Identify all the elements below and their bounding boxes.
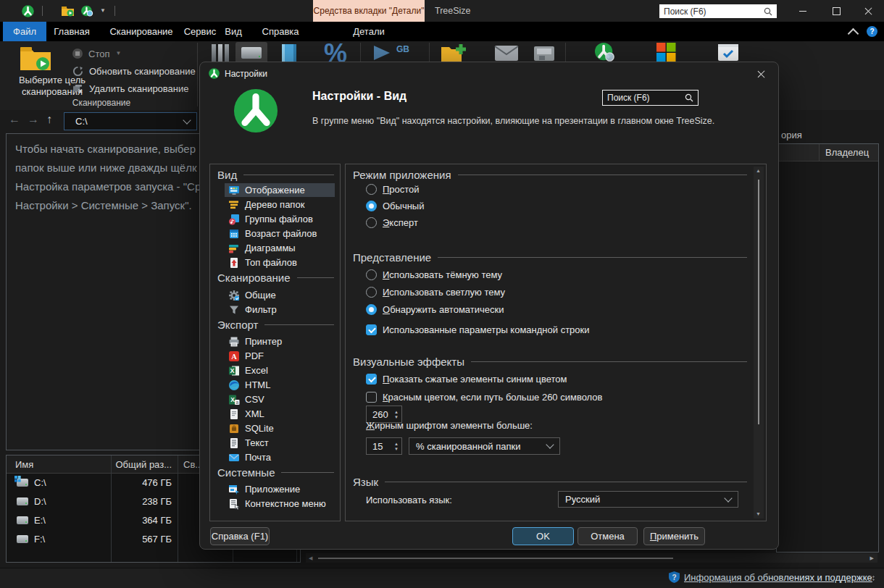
cancel-button[interactable]: Отмена <box>577 527 638 545</box>
svg-text:A: A <box>231 353 237 361</box>
maximize-button[interactable] <box>820 0 852 22</box>
nav-item-csv[interactable]: Xa CSV <box>225 392 335 406</box>
add-folder-icon[interactable] <box>441 43 470 63</box>
dialog-close-button[interactable] <box>748 65 774 83</box>
nav-item-text[interactable]: Текст <box>225 436 335 450</box>
mail-export-icon[interactable] <box>494 45 519 62</box>
treesize-search-icon[interactable] <box>594 42 616 62</box>
scrollbar-thumb[interactable] <box>758 180 759 424</box>
nav-item-printer[interactable]: Принтер <box>225 335 335 348</box>
windows-logo-icon[interactable] <box>656 43 676 62</box>
dialog-vertical-scrollbar[interactable]: ▲ ▼ <box>754 167 764 518</box>
scroll-down-icon[interactable]: ▼ <box>756 511 761 517</box>
resize-grip[interactable] <box>870 576 875 581</box>
radio-dark-theme[interactable]: Использовать тёмную тему <box>366 268 502 281</box>
radio-selected-icon <box>366 201 377 211</box>
nav-item-general[interactable]: Общие <box>225 288 335 302</box>
forward-icon[interactable]: → <box>28 113 39 126</box>
nav-item-html[interactable]: HTML <box>225 378 335 392</box>
scrollbar-thumb[interactable] <box>318 558 673 559</box>
checkbox-compressed-blue[interactable]: Показать сжатые элементы синим цветом <box>366 372 567 385</box>
language-combobox[interactable]: Русский <box>558 491 738 508</box>
save-drive-icon[interactable] <box>533 46 555 62</box>
menu-view[interactable]: Вид <box>219 22 248 41</box>
menu-file[interactable]: Файл <box>3 22 46 41</box>
play-scan-icon[interactable] <box>372 44 391 62</box>
horizontal-scrollbar[interactable]: ◀ ▶ <box>306 553 877 563</box>
treesize-app-window: ▼ Средства вкладки "Детали" TreeSize Пои… <box>0 0 884 588</box>
select-target-icon[interactable] <box>19 44 52 72</box>
nav-item-charts[interactable]: Диаграммы <box>225 241 335 255</box>
spinner-arrows-icon[interactable]: ▲▼ <box>394 442 399 451</box>
bold-unit-combobox[interactable]: % сканированной папки <box>409 437 560 455</box>
bar-chart-icon[interactable] <box>212 44 229 63</box>
close-button[interactable] <box>852 0 884 22</box>
display-icon <box>228 185 240 196</box>
radio-light-theme[interactable]: Использовать светлую тему <box>366 285 505 298</box>
menu-service[interactable]: Сервис <box>178 22 222 41</box>
help-button[interactable]: Справка (F1) <box>210 527 270 545</box>
header-cell[interactable] <box>777 144 820 161</box>
collapse-ribbon-icon[interactable] <box>848 28 859 40</box>
qat-rescan-icon[interactable] <box>80 4 93 17</box>
column-header-name[interactable]: Имя <box>7 459 111 470</box>
nav-item-folder-tree[interactable]: Дерево папок <box>225 198 335 211</box>
db-column-icon[interactable] <box>280 43 298 64</box>
help-icon[interactable]: ? <box>867 26 877 37</box>
refresh-icon <box>72 66 83 77</box>
svg-text:X: X <box>230 396 235 403</box>
drive-view-button[interactable] <box>235 42 267 64</box>
qat-scan-folder-icon[interactable] <box>61 5 75 17</box>
path-combobox[interactable]: C:\ <box>64 112 197 130</box>
nav-item-filter[interactable]: Фильтр <box>225 303 335 316</box>
stop-button[interactable]: Стоп ▼ <box>72 47 121 60</box>
minimize-button[interactable] <box>787 0 819 22</box>
radio-selected-icon <box>366 304 377 315</box>
back-icon[interactable]: ← <box>9 113 20 126</box>
nav-item-context-menu[interactable]: Контекстное меню <box>225 497 335 511</box>
nav-item-file-age[interactable]: Возраст файлов <box>225 227 335 240</box>
nav-item-xml[interactable]: XML <box>225 407 335 421</box>
scroll-up-icon[interactable]: ▲ <box>756 168 761 174</box>
bold-threshold-spinner[interactable]: 15 ▲▼ <box>366 437 402 455</box>
nav-item-top-files[interactable]: Топ файлов <box>225 256 335 269</box>
radio-icon <box>366 269 377 280</box>
nav-item-file-groups[interactable]: Группы файлов <box>225 212 335 226</box>
delete-scan-button[interactable]: Удалить сканирование <box>72 82 189 95</box>
tool-tab-details[interactable]: Средства вкладки "Детали" <box>313 0 425 22</box>
nav-item-mail[interactable]: Почта <box>225 450 335 464</box>
column-header-size[interactable]: Общий раз... <box>111 459 178 470</box>
menu-help[interactable]: Справка <box>255 22 306 41</box>
nav-item-display[interactable]: Отображение <box>225 183 335 197</box>
radio-icon <box>366 184 377 195</box>
ok-button[interactable]: OK <box>512 527 574 545</box>
history-tab-fragment[interactable]: ория <box>781 130 802 140</box>
radio-auto-theme[interactable]: Обнаружить автоматически <box>366 303 504 316</box>
dialog-search-input[interactable]: Поиск (F6) <box>602 90 699 106</box>
column-header-owner[interactable]: Владелец <box>820 147 869 158</box>
update-info-link[interactable]: Информация об обновлениях и поддержке <box>684 572 872 583</box>
scroll-left-icon[interactable]: ◀ <box>309 555 312 561</box>
checkbox-red-long-path[interactable]: Красным цветом, если путь больше 260 сим… <box>366 390 602 403</box>
radio-normal[interactable]: Обычный <box>366 199 424 212</box>
checkbox-cmdline-params[interactable]: Использованные параметры командной строк… <box>366 323 590 336</box>
nav-item-excel[interactable]: X Excel <box>225 364 335 377</box>
radio-expert[interactable]: Эксперт <box>366 216 418 229</box>
qat-dropdown-icon[interactable]: ▼ <box>100 8 106 14</box>
nav-item-sqlite[interactable]: SQLite <box>225 421 335 435</box>
menu-home[interactable]: Главная <box>46 22 97 41</box>
spinner-arrows-icon[interactable]: ▲▼ <box>394 410 399 419</box>
scan-group-label: Сканирование <box>43 98 159 108</box>
checked-window-icon[interactable] <box>717 43 739 62</box>
nav-item-pdf[interactable]: A PDF <box>225 349 335 363</box>
scroll-right-icon[interactable]: ▶ <box>870 555 874 561</box>
apply-button[interactable]: Применить <box>643 527 705 545</box>
nav-section-system: Системные <box>217 466 334 479</box>
up-icon[interactable]: ↑ <box>46 113 52 126</box>
gb-units-badge[interactable]: GB <box>396 44 409 54</box>
titlebar-search-input[interactable]: Поиск (F6) <box>659 4 777 18</box>
menu-scan[interactable]: Сканирование <box>101 22 181 41</box>
refresh-scan-button[interactable]: Обновить сканирование ▼ <box>72 64 207 77</box>
radio-simple[interactable]: Простой <box>366 182 420 196</box>
nav-item-application[interactable]: Приложение <box>225 482 335 496</box>
